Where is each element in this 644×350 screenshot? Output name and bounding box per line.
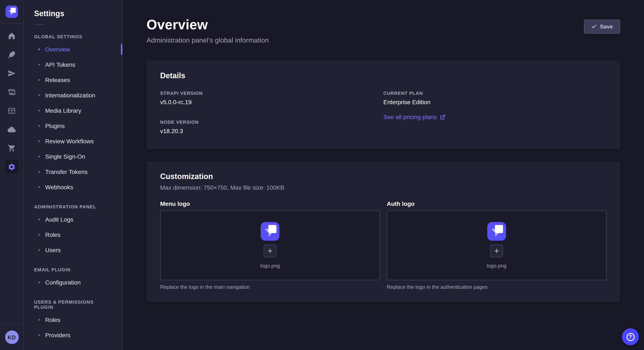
- question-mark-icon: ?: [626, 333, 634, 341]
- settings-nav-item-label: Media Library: [45, 107, 81, 114]
- current-plan-field: Current plan Enterprise Edition: [383, 91, 606, 105]
- feather-icon[interactable]: [5, 48, 18, 61]
- bullet-icon: [38, 319, 40, 321]
- settings-nav-list: Overview API Tokens Releases Internation…: [24, 42, 122, 195]
- settings-nav-item-transfer-tokens[interactable]: Transfer Tokens: [24, 164, 122, 179]
- bullet-icon: [38, 94, 40, 96]
- settings-nav-item-internationalization[interactable]: Internationalization: [24, 88, 122, 103]
- settings-nav-item-label: Plugins: [45, 123, 65, 129]
- settings-nav-item-label: Webhooks: [45, 184, 73, 190]
- auth-logo-hint: Replace the logo in the authentication p…: [387, 284, 606, 290]
- menu-logo-preview: [261, 222, 280, 241]
- node-version-field: Node Version v18.20.3: [160, 120, 383, 134]
- settings-nav-item-label: Internationalization: [45, 92, 95, 99]
- auth-logo-dropzone[interactable]: logo.png: [387, 210, 606, 280]
- settings-nav-item-label: Single Sign-On: [45, 153, 85, 160]
- layout-icon[interactable]: [5, 104, 18, 117]
- cart-icon[interactable]: [5, 141, 18, 155]
- settings-nav-item-label: Users: [45, 247, 61, 253]
- settings-nav-section: Administration Panel Audit Logs Roles Us…: [24, 204, 122, 258]
- settings-nav-item-api-tokens[interactable]: API Tokens: [24, 57, 122, 72]
- current-plan-value: Enterprise Edition: [383, 99, 606, 105]
- settings-nav-item-label: Overview: [45, 46, 70, 53]
- settings-nav-item-label: Providers: [45, 332, 70, 339]
- details-card-title: Details: [160, 71, 606, 80]
- auth-logo-filename: logo.png: [487, 263, 506, 269]
- settings-nav-sections: Global Settings Overview API Tokens Rele…: [24, 34, 122, 343]
- settings-nav-item-label: API Tokens: [45, 61, 75, 68]
- rail-nav: [5, 29, 18, 174]
- node-version-value: v18.20.3: [160, 128, 383, 134]
- auth-logo-add-button[interactable]: [490, 245, 503, 257]
- media-library-icon[interactable]: [5, 85, 18, 99]
- settings-nav-section-title-administration-panel: Administration Panel: [34, 204, 112, 209]
- settings-nav-item-label: Audit Logs: [45, 216, 73, 223]
- settings-nav-section: Email Plugin Configuration: [24, 267, 122, 290]
- settings-nav-list: Roles Providers: [24, 312, 122, 343]
- settings-nav-item-overview[interactable]: Overview: [24, 42, 122, 57]
- customization-card: Customization Max dimension: 750×750, Ma…: [146, 161, 620, 302]
- settings-sidebar: Settings Global Settings Overview API To…: [24, 0, 123, 350]
- node-version-label: Node Version: [160, 120, 383, 125]
- settings-nav-section-title-users-permissions-plugin: Users & Permissions Plugin: [34, 299, 112, 310]
- strapi-version-value: v5.0.0-rc.19: [160, 99, 383, 105]
- customization-card-subtitle: Max dimension: 750×750, Max file size: 1…: [160, 184, 606, 191]
- settings-nav-item-label: Roles: [45, 316, 60, 323]
- settings-nav-item-configuration[interactable]: Configuration: [24, 275, 122, 290]
- settings-nav-item-audit-logs[interactable]: Audit Logs: [24, 212, 122, 227]
- logo-grid: Menu logo logo.png Replace the logo in t…: [160, 200, 606, 290]
- details-right-column: Current plan Enterprise Edition See all …: [383, 91, 606, 134]
- save-button[interactable]: Save: [584, 19, 620, 34]
- settings-nav-item-releases[interactable]: Releases: [24, 72, 122, 88]
- settings-nav-item-webhooks[interactable]: Webhooks: [24, 179, 122, 195]
- auth-logo-preview: [487, 222, 506, 241]
- gear-icon[interactable]: [5, 160, 18, 174]
- settings-nav-item-plugins[interactable]: Plugins: [24, 118, 122, 134]
- bullet-icon: [38, 282, 40, 283]
- home-icon[interactable]: [5, 29, 18, 42]
- settings-nav-item-providers[interactable]: Providers: [24, 328, 122, 343]
- user-avatar[interactable]: KD: [5, 331, 18, 344]
- menu-logo-add-button[interactable]: [264, 245, 276, 257]
- auth-logo-label: Auth logo: [387, 200, 606, 207]
- cloud-icon[interactable]: [5, 123, 18, 136]
- details-card: Details Strapi Version v5.0.0-rc.19 Node…: [146, 60, 620, 149]
- bullet-icon: [38, 110, 40, 111]
- menu-logo-dropzone[interactable]: logo.png: [160, 210, 380, 280]
- bullet-icon: [38, 186, 40, 188]
- settings-nav-item-single-sign-on[interactable]: Single Sign-On: [24, 149, 122, 164]
- settings-nav-item-label: Roles: [45, 231, 60, 238]
- page-title: Overview: [146, 17, 269, 33]
- settings-nav-item-label: Configuration: [45, 279, 81, 286]
- bullet-icon: [38, 125, 40, 127]
- settings-nav-item-label: Releases: [45, 77, 70, 83]
- strapi-version-field: Strapi Version v5.0.0-rc.19: [160, 91, 383, 105]
- page-header: Overview Administration panel’s global i…: [146, 17, 620, 44]
- details-left-column: Strapi Version v5.0.0-rc.19 Node Version…: [160, 91, 383, 134]
- bullet-icon: [38, 219, 40, 220]
- external-link-icon: [440, 114, 446, 120]
- customization-card-title: Customization: [160, 172, 606, 181]
- menu-logo-field: Menu logo logo.png Replace the logo in t…: [160, 200, 380, 290]
- settings-nav-item-media-library[interactable]: Media Library: [24, 103, 122, 118]
- strapi-logo-icon[interactable]: [6, 5, 18, 18]
- settings-nav-item-review-workflows[interactable]: Review Workflows: [24, 134, 122, 149]
- strapi-admin-app: KD Settings Global Settings Overview API…: [0, 0, 644, 350]
- settings-nav-item-users[interactable]: Users: [24, 242, 122, 258]
- bullet-icon: [38, 249, 40, 251]
- paper-plane-icon[interactable]: [5, 66, 18, 80]
- help-button[interactable]: ?: [622, 328, 639, 345]
- check-icon: [591, 24, 596, 29]
- settings-nav-item-roles[interactable]: Roles: [24, 227, 122, 242]
- page-subtitle: Administration panel’s global informatio…: [146, 37, 269, 44]
- rail-divider: [0, 325, 24, 325]
- save-button-label: Save: [600, 23, 613, 30]
- pricing-plans-link[interactable]: See all pricing plans: [383, 114, 446, 120]
- settings-nav-item-roles[interactable]: Roles: [24, 312, 122, 328]
- current-plan-label: Current plan: [383, 91, 606, 96]
- auth-logo-field: Auth logo logo.png Replace the logo in t…: [387, 200, 606, 290]
- bullet-icon: [38, 140, 40, 142]
- settings-sidebar-title: Settings: [34, 9, 112, 18]
- settings-nav-section-title-global-settings: Global Settings: [34, 34, 112, 39]
- settings-nav-list: Configuration: [24, 275, 122, 290]
